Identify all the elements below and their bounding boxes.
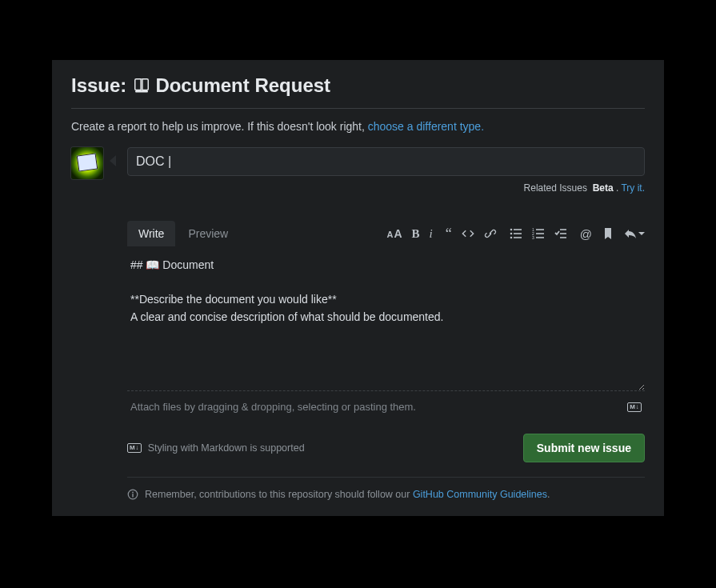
svg-point-0 bbox=[510, 229, 512, 231]
try-it-link[interactable]: Try it. bbox=[621, 182, 645, 194]
dot: . bbox=[614, 182, 622, 194]
guidelines-text: Remember, contributions to this reposito… bbox=[145, 489, 413, 500]
italic-tool[interactable]: i bbox=[430, 227, 433, 241]
ul-tool[interactable] bbox=[510, 227, 522, 240]
svg-rect-4 bbox=[514, 233, 522, 234]
svg-rect-5 bbox=[514, 237, 522, 238]
heading-tool[interactable]: AA bbox=[387, 227, 402, 240]
md-toolbar: AA B i “ bbox=[387, 227, 646, 241]
svg-text:3: 3 bbox=[532, 235, 534, 240]
issue-title-input[interactable] bbox=[127, 147, 645, 176]
compose-row: Related Issues Beta . Try it. Write Prev… bbox=[71, 147, 645, 500]
compose-arrow bbox=[110, 155, 116, 166]
related-label: Related Issues bbox=[524, 182, 587, 194]
compose-area: Related Issues Beta . Try it. Write Prev… bbox=[127, 147, 645, 500]
code-tool[interactable] bbox=[462, 227, 474, 240]
info-icon bbox=[127, 489, 138, 500]
tab-write[interactable]: Write bbox=[127, 221, 175, 246]
ol-tool[interactable]: 123 bbox=[532, 227, 545, 240]
svg-rect-9 bbox=[536, 229, 544, 230]
md-hint-text: Styling with Markdown is supported bbox=[148, 442, 305, 454]
page-title: Issue: Document Request bbox=[71, 74, 645, 109]
tasklist-tool[interactable] bbox=[554, 227, 567, 240]
svg-rect-10 bbox=[536, 233, 544, 234]
book-icon bbox=[133, 77, 150, 94]
mention-tool[interactable]: @ bbox=[580, 227, 592, 241]
choose-type-link[interactable]: choose a different type. bbox=[368, 120, 484, 133]
svg-rect-11 bbox=[536, 237, 544, 238]
tab-preview[interactable]: Preview bbox=[177, 221, 239, 246]
subtitle: Create a report to help us improve. If t… bbox=[71, 120, 645, 133]
svg-rect-12 bbox=[560, 229, 566, 230]
quote-tool[interactable]: “ bbox=[446, 228, 452, 239]
editor: Attach files by dragging & dropping, sel… bbox=[127, 246, 645, 419]
bold-tool[interactable]: B bbox=[412, 227, 420, 241]
subtitle-text: Create a report to help us improve. If t… bbox=[71, 120, 368, 133]
svg-rect-14 bbox=[560, 237, 566, 238]
svg-rect-13 bbox=[560, 233, 566, 234]
guidelines-link[interactable]: GitHub Community Guidelines bbox=[413, 489, 547, 500]
guidelines-row: Remember, contributions to this reposito… bbox=[127, 477, 645, 500]
svg-rect-17 bbox=[132, 494, 133, 497]
reply-tool[interactable] bbox=[624, 227, 645, 240]
svg-point-16 bbox=[132, 492, 134, 494]
issue-panel: Issue: Document Request Create a report … bbox=[52, 60, 664, 516]
submit-issue-button[interactable]: Submit new issue bbox=[523, 434, 645, 462]
guidelines-dot: . bbox=[547, 489, 550, 500]
svg-point-2 bbox=[510, 237, 512, 239]
svg-rect-3 bbox=[514, 229, 522, 230]
issue-body-textarea[interactable] bbox=[127, 247, 645, 391]
bookmark-tool[interactable] bbox=[602, 227, 614, 240]
title-text: Document Request bbox=[155, 74, 330, 97]
link-tool[interactable] bbox=[484, 227, 497, 240]
markdown-badge-icon: M↓ bbox=[627, 402, 642, 412]
beta-badge: Beta bbox=[593, 182, 614, 194]
tabbar: Write Preview AA B i “ bbox=[127, 221, 645, 246]
svg-point-1 bbox=[510, 233, 512, 235]
related-issues: Related Issues Beta . Try it. bbox=[127, 182, 645, 194]
title-prefix: Issue: bbox=[71, 74, 126, 97]
avatar bbox=[71, 147, 103, 179]
md-hint: M↓ Styling with Markdown is supported bbox=[127, 442, 305, 454]
attach-row[interactable]: Attach files by dragging & dropping, sel… bbox=[127, 394, 645, 419]
attach-hint: Attach files by dragging & dropping, sel… bbox=[130, 401, 416, 413]
footer-row: M↓ Styling with Markdown is supported Su… bbox=[127, 434, 645, 462]
markdown-badge-icon: M↓ bbox=[127, 443, 142, 453]
